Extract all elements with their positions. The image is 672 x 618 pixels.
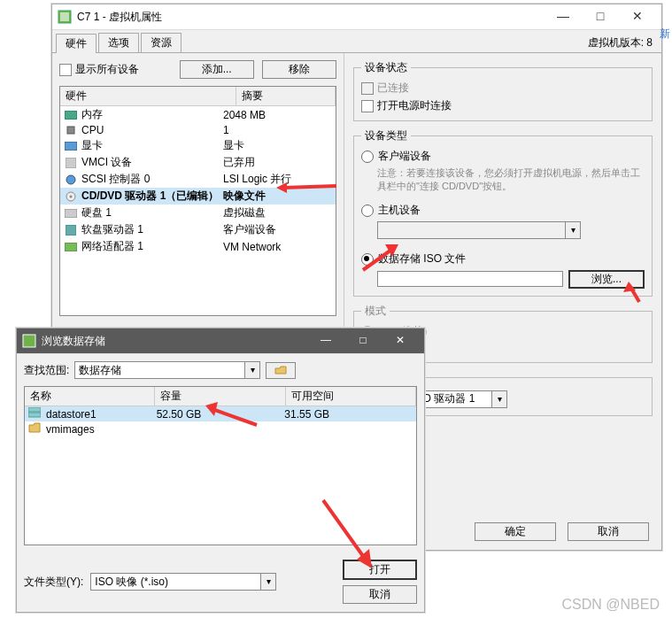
file-type-label: 文件类型(Y): <box>24 575 83 590</box>
svg-point-8 <box>70 195 73 197</box>
datastore-row[interactable]: datastore1 52.50 GB 31.55 GB <box>25 406 416 421</box>
datastore-row[interactable]: vmimages <box>25 421 416 436</box>
col-summary: 摘要 <box>236 87 336 105</box>
add-button[interactable]: 添加... <box>180 60 254 79</box>
svg-rect-3 <box>67 127 74 134</box>
up-folder-button[interactable] <box>266 362 296 379</box>
minimize-button[interactable]: — <box>545 4 582 29</box>
ok-button[interactable]: 确定 <box>475 522 556 541</box>
browse-maximize-button[interactable]: □ <box>344 328 382 353</box>
col-hardware: 硬件 <box>60 87 236 105</box>
maximize-button[interactable]: □ <box>582 4 619 29</box>
table-row[interactable]: 显卡 显卡 <box>60 137 336 154</box>
dialog-footer: 确定 取消 <box>475 522 649 541</box>
browse-titlebar: 浏览数据存储 — □ ✕ <box>17 328 424 354</box>
connected-checkbox <box>361 82 374 95</box>
chevron-down-icon[interactable]: ▾ <box>491 391 506 407</box>
datastore-table: 名称 容量 可用空间 datastore1 52.50 GB 31.55 GB … <box>24 386 417 545</box>
col-free: 可用空间 <box>286 387 416 406</box>
scsi-icon <box>64 174 78 186</box>
cpu-icon <box>64 124 78 136</box>
vsphere-icon <box>22 334 36 348</box>
device-status-group: 设备状态 已连接 打开电源时连接 <box>353 60 653 121</box>
table-row[interactable]: SCSI 控制器 0 LSI Logic 并行 <box>60 171 336 188</box>
browse-datastore-dialog: 浏览数据存储 — □ ✕ 查找范围: 数据存储▾ 名称 容量 可用空间 data… <box>16 328 425 613</box>
side-new-label: 新 <box>660 27 670 42</box>
cancel-button[interactable]: 取消 <box>568 522 649 541</box>
svg-rect-9 <box>65 209 77 218</box>
table-row[interactable]: CPU 1 <box>60 123 336 137</box>
client-device-radio[interactable] <box>361 151 374 163</box>
svg-rect-14 <box>28 413 41 417</box>
table-row-selected[interactable]: CD/DVD 驱动器 1（已编辑） 映像文件 <box>60 188 336 205</box>
svg-rect-4 <box>65 142 77 151</box>
table-row[interactable]: 内存 2048 MB <box>60 106 336 123</box>
vm-version-label: 虚拟机版本: 8 <box>583 34 658 52</box>
datastore-iso-radio[interactable] <box>361 253 374 266</box>
floppy-icon <box>64 224 78 236</box>
svg-rect-11 <box>65 243 77 251</box>
device-type-group: 设备类型 客户端设备 注意：若要连接该设备，您必须打开虚拟机电源，然后单击工具栏… <box>353 128 653 297</box>
folder-icon <box>28 422 42 436</box>
datastore-icon <box>28 407 42 421</box>
col-name: 名称 <box>25 387 155 406</box>
show-all-devices-label: 显示所有设备 <box>75 62 139 77</box>
scope-combo[interactable]: 数据存储▾ <box>74 361 260 379</box>
cd-icon <box>64 190 78 203</box>
tab-hardware[interactable]: 硬件 <box>56 34 97 53</box>
table-row[interactable]: VMCI 设备 已弃用 <box>60 154 336 171</box>
table-row[interactable]: 网络适配器 1 VM Network <box>60 238 336 255</box>
browse-button[interactable]: 浏览... <box>568 270 645 289</box>
svg-rect-1 <box>60 12 69 21</box>
host-device-radio[interactable] <box>361 205 374 217</box>
tabs: 硬件 选项 资源 虚拟机版本: 8 <box>52 30 661 53</box>
svg-rect-10 <box>66 225 76 236</box>
svg-rect-12 <box>23 335 35 347</box>
browse-minimize-button[interactable]: — <box>307 328 344 353</box>
memory-icon <box>64 109 78 121</box>
window-title: C7 1 - 虚拟机属性 <box>77 10 162 25</box>
svg-rect-13 <box>28 407 41 412</box>
disk-icon <box>64 207 78 220</box>
vmci-icon <box>64 157 78 169</box>
svg-point-6 <box>66 175 75 184</box>
close-button[interactable]: ✕ <box>619 4 656 29</box>
col-capacity: 容量 <box>155 387 285 406</box>
browse-title: 浏览数据存储 <box>42 334 105 349</box>
show-all-devices-checkbox[interactable] <box>59 64 72 76</box>
iso-path-input[interactable] <box>377 271 563 287</box>
chevron-down-icon[interactable]: ▾ <box>260 574 275 590</box>
tab-options[interactable]: 选项 <box>98 33 139 52</box>
chevron-down-icon: ▾ <box>565 222 580 238</box>
hardware-table: 硬件 摘要 内存 2048 MB CPU 1 显卡 显卡 <box>59 86 336 316</box>
browse-cancel-button[interactable]: 取消 <box>343 585 417 604</box>
browse-close-button[interactable]: ✕ <box>382 328 419 353</box>
remove-button[interactable]: 移除 <box>262 60 336 79</box>
file-type-combo[interactable]: ISO 映像 (*.iso)▾ <box>90 573 276 591</box>
video-icon <box>64 140 78 152</box>
svg-rect-2 <box>65 111 77 120</box>
vsphere-icon <box>58 10 72 24</box>
table-row[interactable]: 硬盘 1 虚拟磁盘 <box>60 205 336 221</box>
watermark: CSDN @NBED <box>562 597 660 613</box>
open-button[interactable]: 打开 <box>343 560 417 580</box>
svg-rect-5 <box>66 158 76 168</box>
nic-icon <box>64 241 78 253</box>
chevron-down-icon[interactable]: ▾ <box>244 362 259 378</box>
connect-poweron-checkbox[interactable] <box>361 100 374 112</box>
tab-resources[interactable]: 资源 <box>141 33 182 52</box>
client-device-note: 注意：若要连接该设备，您必须打开虚拟机电源，然后单击工具栏中的"连接 CD/DV… <box>377 166 645 194</box>
table-row[interactable]: 软盘驱动器 1 客户端设备 <box>60 221 336 238</box>
scope-label: 查找范围: <box>24 363 69 378</box>
host-device-combo: ▾ <box>377 221 581 239</box>
titlebar: C7 1 - 虚拟机属性 — □ ✕ <box>52 4 661 30</box>
